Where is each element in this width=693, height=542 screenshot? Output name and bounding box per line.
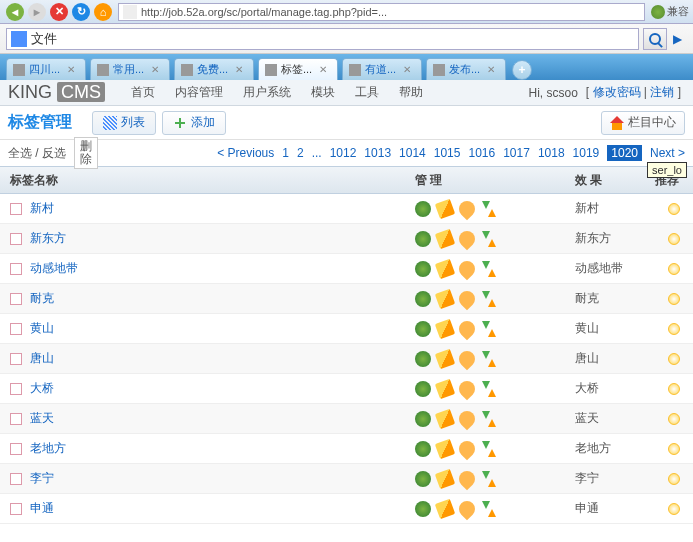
recommend-icon[interactable] — [668, 203, 680, 215]
tag-name-link[interactable]: 黄山 — [30, 320, 54, 337]
logout-link[interactable]: 注销 — [650, 85, 674, 99]
recommend-icon[interactable] — [668, 443, 680, 455]
recommend-icon[interactable] — [668, 473, 680, 485]
forward-icon[interactable]: ► — [28, 3, 46, 21]
sort-icon[interactable] — [481, 291, 497, 307]
tag-icon[interactable] — [456, 497, 479, 520]
tag-name-link[interactable]: 申通 — [30, 500, 54, 517]
back-icon[interactable]: ◄ — [6, 3, 24, 21]
tag-name-link[interactable]: 动感地带 — [30, 260, 78, 277]
sort-icon[interactable] — [481, 471, 497, 487]
pager-ellipsis[interactable]: ... — [312, 146, 322, 160]
browser-tab[interactable]: 免费...✕ — [174, 58, 254, 80]
row-checkbox[interactable] — [10, 443, 22, 455]
edit-icon[interactable] — [435, 258, 456, 279]
search-button[interactable] — [643, 28, 667, 50]
sort-icon[interactable] — [481, 501, 497, 517]
tag-name-link[interactable]: 新村 — [30, 200, 54, 217]
url-bar[interactable]: http://job.52a.org/sc/portal/manage.tag.… — [118, 3, 645, 21]
nav-item[interactable]: 内容管理 — [175, 85, 223, 99]
nav-item[interactable]: 用户系统 — [243, 85, 291, 99]
view-icon[interactable] — [415, 441, 431, 457]
recommend-icon[interactable] — [668, 233, 680, 245]
view-icon[interactable] — [415, 321, 431, 337]
sort-icon[interactable] — [481, 351, 497, 367]
edit-icon[interactable] — [435, 228, 456, 249]
tag-name-link[interactable]: 李宁 — [30, 470, 54, 487]
sort-icon[interactable] — [481, 261, 497, 277]
row-checkbox[interactable] — [10, 263, 22, 275]
tab-close-icon[interactable]: ✕ — [151, 64, 163, 76]
pager-page[interactable]: 1014 — [399, 146, 426, 160]
pager-page[interactable]: 1015 — [434, 146, 461, 160]
tag-icon[interactable] — [456, 227, 479, 250]
view-icon[interactable] — [415, 501, 431, 517]
browser-tab[interactable]: 有道...✕ — [342, 58, 422, 80]
recommend-icon[interactable] — [668, 353, 680, 365]
edit-icon[interactable] — [435, 288, 456, 309]
change-password-link[interactable]: 修改密码 — [593, 85, 641, 99]
edit-icon[interactable] — [435, 348, 456, 369]
column-center-button[interactable]: 栏目中心 — [601, 111, 685, 135]
row-checkbox[interactable] — [10, 473, 22, 485]
list-button[interactable]: 列表 — [92, 111, 156, 135]
edit-icon[interactable] — [435, 378, 456, 399]
pager-page[interactable]: 2 — [297, 146, 304, 160]
tab-close-icon[interactable]: ✕ — [67, 64, 79, 76]
pager-page[interactable]: 1 — [282, 146, 289, 160]
delete-button[interactable]: 删 除 — [74, 137, 98, 169]
home-icon[interactable]: ⌂ — [94, 3, 112, 21]
nav-item[interactable]: 模块 — [311, 85, 335, 99]
go-button[interactable]: ▶ — [667, 28, 687, 50]
view-icon[interactable] — [415, 201, 431, 217]
sort-icon[interactable] — [481, 411, 497, 427]
view-icon[interactable] — [415, 381, 431, 397]
recommend-icon[interactable] — [668, 503, 680, 515]
edit-icon[interactable] — [435, 498, 456, 519]
select-all-toggle[interactable]: 全选 / 反选 — [8, 145, 66, 162]
pager-prev[interactable]: < Previous — [217, 146, 274, 160]
tag-name-link[interactable]: 耐克 — [30, 290, 54, 307]
pager-next[interactable]: Next > — [650, 146, 685, 160]
edit-icon[interactable] — [435, 318, 456, 339]
tab-close-icon[interactable]: ✕ — [235, 64, 247, 76]
recommend-icon[interactable] — [668, 323, 680, 335]
tag-icon[interactable] — [456, 407, 479, 430]
sort-icon[interactable] — [481, 381, 497, 397]
tag-icon[interactable] — [456, 437, 479, 460]
new-tab-button[interactable]: + — [512, 60, 532, 80]
tag-icon[interactable] — [456, 257, 479, 280]
edit-icon[interactable] — [435, 408, 456, 429]
browser-tab[interactable]: 四川...✕ — [6, 58, 86, 80]
tag-icon[interactable] — [456, 197, 479, 220]
tag-name-link[interactable]: 老地方 — [30, 440, 66, 457]
tag-name-link[interactable]: 大桥 — [30, 380, 54, 397]
row-checkbox[interactable] — [10, 203, 22, 215]
tag-name-link[interactable]: 蓝天 — [30, 410, 54, 427]
sort-icon[interactable] — [481, 441, 497, 457]
nav-item[interactable]: 帮助 — [399, 85, 423, 99]
tab-close-icon[interactable]: ✕ — [319, 64, 331, 76]
pager-page[interactable]: 1013 — [364, 146, 391, 160]
tag-icon[interactable] — [456, 287, 479, 310]
pager-page[interactable]: 1018 — [538, 146, 565, 160]
row-checkbox[interactable] — [10, 503, 22, 515]
pager-page[interactable]: 1017 — [503, 146, 530, 160]
row-checkbox[interactable] — [10, 353, 22, 365]
stop-icon[interactable]: ✕ — [50, 3, 68, 21]
tag-name-link[interactable]: 唐山 — [30, 350, 54, 367]
view-icon[interactable] — [415, 411, 431, 427]
tag-icon[interactable] — [456, 467, 479, 490]
browser-tab[interactable]: 标签...✕ — [258, 58, 338, 80]
edit-icon[interactable] — [435, 468, 456, 489]
view-icon[interactable] — [415, 261, 431, 277]
tab-close-icon[interactable]: ✕ — [487, 64, 499, 76]
edit-icon[interactable] — [435, 438, 456, 459]
sort-icon[interactable] — [481, 321, 497, 337]
row-checkbox[interactable] — [10, 383, 22, 395]
recommend-icon[interactable] — [668, 263, 680, 275]
address-input[interactable]: 文件 — [6, 28, 639, 50]
recommend-icon[interactable] — [668, 293, 680, 305]
tag-icon[interactable] — [456, 377, 479, 400]
browser-tab[interactable]: 常用...✕ — [90, 58, 170, 80]
